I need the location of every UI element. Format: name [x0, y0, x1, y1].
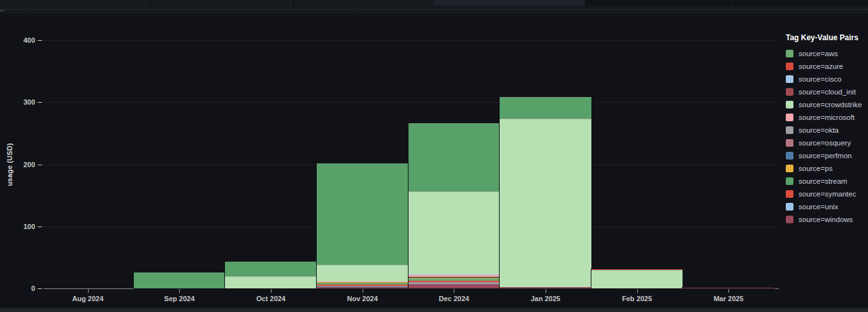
bar-segment-source-stream[interactable]: [225, 262, 317, 276]
legend-item-source-cisco[interactable]: source=cisco: [786, 73, 866, 85]
bar-segment-source-symantec[interactable]: [317, 285, 409, 285]
legend-item-label: source=symantec: [799, 190, 856, 198]
legend-item-source-cloud-init[interactable]: source=cloud_init: [786, 85, 866, 98]
legend-item-source-perfmon[interactable]: source=perfmon: [786, 149, 866, 162]
bar-segment-source-unix[interactable]: [409, 283, 500, 284]
legend-swatch: [786, 101, 793, 108]
legend-item-label: source=cisco: [799, 75, 841, 83]
bar-oct-2024[interactable]: [225, 262, 317, 288]
x-tick-mark: [728, 289, 729, 293]
bar-segment-source-windows[interactable]: [317, 287, 409, 288]
legend-item-label: source=okta: [799, 126, 839, 134]
bar-segment-source-perfmon[interactable]: [409, 283, 500, 283]
legend-item-label: source=windows: [799, 216, 853, 223]
x-tick-mark: [179, 289, 180, 293]
legend-item-source-okta[interactable]: source=okta: [786, 124, 866, 137]
legend-swatch: [786, 165, 793, 172]
y-gridline: [43, 40, 779, 41]
panel-bottom-strip: [0, 308, 868, 312]
bar-segment-source-windows[interactable]: [409, 285, 500, 288]
bar-segment-source-aws[interactable]: [409, 278, 500, 281]
bar-segment-source-windows[interactable]: [683, 288, 774, 288]
x-tick-mark: [454, 289, 454, 293]
bar-segment-source-windows[interactable]: [500, 287, 591, 288]
legend-swatch: [786, 63, 793, 70]
bar-segment-source-microsoft[interactable]: [317, 281, 409, 282]
panel-above-edge-dark: [585, 0, 868, 6]
panel-divider: [732, 1, 732, 10]
legend-item-label: source=ps: [799, 165, 832, 172]
legend-item-source-crowdstrike[interactable]: source=crowdstrike: [786, 98, 866, 111]
bar-segment-source-stream[interactable]: [409, 123, 500, 191]
dashboard-panel: usage (USD) Tag Key-Value Pairs source=a…: [0, 0, 868, 312]
bar-segment-source-symantec[interactable]: [409, 281, 500, 281]
chart-legend: Tag Key-Value Pairs source=awssource=azu…: [786, 33, 866, 226]
bar-dec-2024[interactable]: [409, 123, 500, 288]
x-tick-label: Sep 2024: [150, 295, 208, 302]
legend-swatch: [786, 177, 793, 185]
x-tick-mark: [546, 289, 546, 293]
legend-item-source-symantec[interactable]: source=symantec: [786, 188, 866, 200]
bar-mar-2025[interactable]: [683, 288, 774, 288]
y-gridline: [43, 102, 779, 103]
legend-item-source-stream[interactable]: source=stream: [786, 175, 866, 188]
y-tick-mark: [38, 227, 42, 227]
legend-item-source-osquery[interactable]: source=osquery: [786, 137, 866, 149]
legend-swatch: [786, 50, 793, 57]
y-tick-label: 0: [10, 285, 35, 292]
legend-item-source-ps[interactable]: source=ps: [786, 162, 866, 175]
bar-segment-source-osquery[interactable]: [409, 283, 500, 283]
panel-divider: [145, 1, 146, 10]
bar-sep-2024[interactable]: [134, 272, 226, 288]
legend-item-source-azure[interactable]: source=azure: [786, 60, 866, 73]
bar-segment-source-microsoft[interactable]: [409, 274, 500, 277]
legend-item-label: source=aws: [799, 50, 838, 57]
legend-item-source-aws[interactable]: source=aws: [786, 47, 866, 60]
bar-segment-source-crowdstrike[interactable]: [317, 265, 409, 281]
legend-item-label: source=unix: [799, 203, 838, 211]
bar-segment-source-crowdstrike[interactable]: [225, 276, 317, 288]
bar-segment-source-cloud-init[interactable]: [409, 284, 500, 285]
x-tick-mark: [271, 289, 271, 293]
x-tick-label: Jan 2025: [517, 295, 574, 302]
legend-swatch: [786, 75, 793, 83]
legend-item-source-unix[interactable]: source=unix: [786, 200, 866, 213]
bar-segment-source-okta[interactable]: [409, 282, 500, 283]
x-tick-label: Oct 2024: [242, 295, 300, 302]
bar-segment-source-cloud-init[interactable]: [317, 286, 409, 287]
bar-segment-source-ps[interactable]: [317, 282, 409, 283]
bar-segment-source-stream[interactable]: [317, 163, 409, 265]
panel-divider: [290, 1, 291, 10]
legend-item-source-microsoft[interactable]: source=microsoft: [786, 111, 866, 124]
legend-items: source=awssource=azuresource=ciscosource…: [786, 47, 866, 226]
legend-item-source-windows[interactable]: source=windows: [786, 213, 866, 226]
legend-swatch: [786, 190, 793, 198]
x-tick-mark: [637, 289, 638, 293]
bar-segment-source-stream[interactable]: [500, 97, 591, 118]
legend-swatch: [786, 139, 793, 147]
x-tick-mark: [88, 289, 89, 293]
x-tick-label: Nov 2024: [334, 295, 391, 302]
bar-segment-source-crowdstrike[interactable]: [409, 191, 500, 274]
bar-nov-2024[interactable]: [317, 163, 409, 288]
bar-segment-source-azure[interactable]: [591, 269, 683, 270]
legend-item-label: source=osquery: [799, 139, 851, 147]
legend-item-label: source=microsoft: [799, 114, 855, 121]
bar-segment-source-ps[interactable]: [409, 278, 500, 279]
y-tick-mark: [38, 165, 42, 165]
bar-feb-2025[interactable]: [591, 269, 683, 288]
bar-segment-source-aws[interactable]: [317, 283, 409, 285]
bar-segment-source-crowdstrike[interactable]: [500, 119, 591, 288]
bar-segment-source-crowdstrike[interactable]: [591, 270, 683, 288]
legend-item-label: source=cloud_init: [799, 88, 856, 96]
y-tick-label: 400: [10, 37, 35, 44]
y-tick-label: 200: [10, 161, 35, 168]
bar-segment-source-stream[interactable]: [134, 272, 226, 288]
legend-swatch: [786, 152, 793, 160]
bar-jan-2025[interactable]: [500, 97, 591, 288]
legend-title: Tag Key-Value Pairs: [786, 33, 866, 42]
legend-item-label: source=stream: [799, 177, 847, 185]
y-tick-label: 300: [10, 99, 35, 106]
x-tick-label: Dec 2024: [425, 295, 482, 302]
x-tick-label: Feb 2025: [609, 295, 666, 302]
